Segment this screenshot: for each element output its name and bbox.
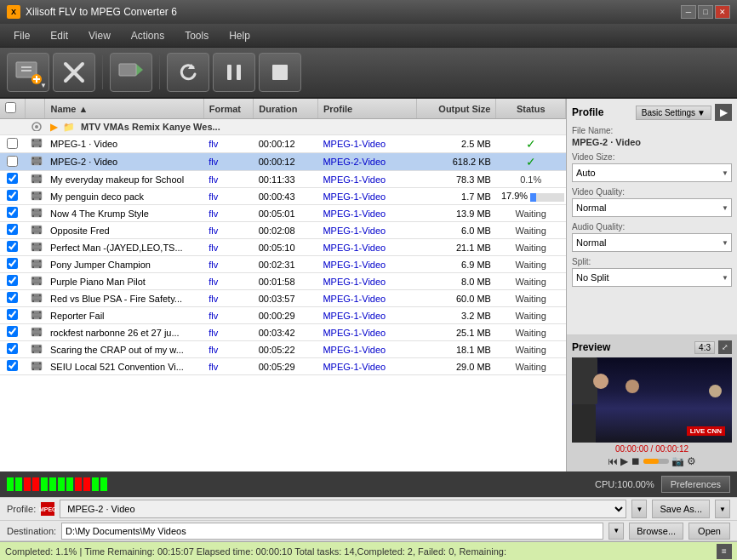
row-checkbox[interactable] — [7, 360, 18, 371]
profile-select-arrow[interactable]: ▼ — [631, 500, 647, 518]
row-check-cell[interactable] — [0, 153, 26, 171]
row-check-cell[interactable] — [0, 307, 26, 324]
check-all[interactable] — [5, 102, 16, 113]
row-checkbox[interactable] — [7, 343, 18, 354]
row-checkbox[interactable] — [7, 326, 18, 337]
menu-help[interactable]: Help — [219, 26, 260, 45]
row-check-cell[interactable] — [0, 358, 26, 375]
row-checkbox[interactable] — [7, 309, 18, 320]
table-row[interactable]: Now 4 The Krump Style flv 00:05:01 MPEG-… — [0, 205, 566, 222]
maximize-button[interactable]: □ — [698, 5, 713, 19]
row-check-cell[interactable] — [0, 188, 26, 205]
table-row[interactable]: Scaring the CRAP out of my w... flv 00:0… — [0, 341, 566, 358]
split-select[interactable]: No Split By Size By Time — [572, 268, 732, 287]
row-check-cell[interactable] — [0, 273, 26, 290]
row-check-cell[interactable] — [0, 341, 26, 358]
minimize-button[interactable]: ─ — [681, 5, 696, 19]
row-check-cell[interactable] — [0, 324, 26, 341]
table-row[interactable]: My penguin deco pack flv 00:00:43 MPEG-1… — [0, 188, 566, 205]
video-size-select[interactable]: Auto — [572, 163, 732, 182]
row-check-cell[interactable] — [0, 171, 26, 188]
table-row[interactable]: Reporter Fail flv 00:00:29 MPEG-1-Video … — [0, 307, 566, 324]
destination-input[interactable] — [61, 523, 603, 540]
row-size: 6.9 MB — [417, 256, 496, 273]
delete-button[interactable] — [53, 53, 95, 92]
profile-bar-select[interactable]: MPEG-2 · Video MPEG-1 · Video — [60, 500, 626, 518]
preview-screenshot-button[interactable]: 📷 — [671, 455, 684, 467]
menu-tools[interactable]: Tools — [174, 26, 219, 45]
menu-file[interactable]: File — [3, 26, 40, 45]
row-check-cell[interactable] — [0, 290, 26, 307]
menu-actions[interactable]: Actions — [121, 26, 174, 45]
menu-edit[interactable]: Edit — [40, 26, 78, 45]
table-row[interactable]: MPEG-2 · Video flv 00:00:12 MPEG-2-Video… — [0, 153, 566, 171]
aspect-ratio-button[interactable]: 4:3 — [694, 341, 715, 354]
col-size-header[interactable]: Output Size — [417, 99, 496, 119]
preview-expand-button[interactable]: ⤢ — [718, 340, 732, 354]
row-checkbox[interactable] — [7, 207, 18, 218]
pause-button[interactable] — [213, 53, 255, 92]
row-checkbox[interactable] — [7, 190, 18, 201]
preview-back-button[interactable]: ⏮ — [608, 455, 618, 467]
row-checkbox[interactable] — [7, 241, 18, 252]
close-button[interactable]: ✕ — [715, 5, 730, 19]
row-profile: MPEG-1-Video — [317, 324, 416, 341]
table-row[interactable]: ▶ 📁 MTV VMAs Remix Kanye Wes... — [0, 119, 566, 135]
video-quality-label: Video Quality: — [572, 187, 732, 197]
basic-settings-button[interactable]: Basic Settings ▼ — [636, 106, 711, 120]
table-row[interactable]: Red vs Blue PSA - Fire Safety... flv 00:… — [0, 290, 566, 307]
row-check-cell[interactable] — [0, 256, 26, 273]
open-button[interactable]: Open — [688, 523, 730, 540]
preferences-button[interactable]: Preferences — [661, 476, 730, 493]
row-checkbox[interactable] — [7, 292, 18, 303]
row-checkbox[interactable] — [7, 156, 18, 167]
svg-rect-32 — [32, 163, 34, 165]
row-checkbox[interactable] — [7, 275, 18, 286]
save-as-button[interactable]: Save As... — [652, 500, 710, 518]
table-row[interactable]: MPEG-1 · Video flv 00:00:12 MPEG-1-Video… — [0, 135, 566, 153]
save-as-arrow-button[interactable]: ▼ — [715, 500, 730, 518]
col-duration-header[interactable]: Duration — [254, 99, 318, 119]
svg-rect-121 — [39, 351, 41, 353]
preview-stop-button[interactable]: ⏹ — [631, 455, 641, 467]
row-checkbox[interactable] — [7, 224, 18, 235]
expand-panel-button[interactable]: ▶ — [715, 104, 732, 121]
col-format-header[interactable]: Format — [203, 99, 254, 119]
convert-button[interactable] — [110, 53, 152, 92]
row-checkbox[interactable] — [7, 173, 18, 184]
table-row[interactable]: SEIU Local 521 Convention Vi... flv 00:0… — [0, 358, 566, 375]
col-profile-header[interactable]: Profile — [317, 99, 416, 119]
video-quality-select-wrap: Normal High Low — [572, 198, 732, 217]
table-row[interactable]: Perfect Man -(JAYED,LEO,TS... flv 00:05:… — [0, 239, 566, 256]
browse-button[interactable]: Browse... — [629, 523, 683, 540]
status-waiting: Waiting — [516, 294, 546, 304]
table-row[interactable]: My everyday makeup for School flv 00:11:… — [0, 171, 566, 188]
row-check-cell[interactable] — [0, 222, 26, 239]
volume-slider[interactable] — [643, 459, 669, 464]
revert-button[interactable] — [167, 53, 209, 92]
add-files-button[interactable] — [7, 53, 49, 92]
row-checkbox[interactable] — [7, 138, 18, 149]
preview-settings-button[interactable]: ⚙ — [687, 455, 696, 467]
table-row[interactable]: Opposite Fred flv 00:02:08 MPEG-1-Video … — [0, 222, 566, 239]
menu-view[interactable]: View — [78, 26, 121, 45]
preview-play-button[interactable]: ▶ — [620, 455, 628, 467]
col-status-header[interactable]: Status — [496, 99, 566, 119]
row-check-cell[interactable] — [0, 135, 26, 153]
col-name-header[interactable]: Name ▲ — [45, 99, 203, 119]
table-row[interactable]: Pony Jumper Champion flv 00:02:31 MPEG-1… — [0, 256, 566, 273]
stop-button[interactable] — [259, 53, 301, 92]
file-list[interactable]: Name ▲ Format Duration Profile Output Si… — [0, 99, 567, 471]
preview-top-controls: 4:3 ⤢ — [694, 340, 732, 354]
video-quality-select[interactable]: Normal High Low — [572, 198, 732, 217]
row-check-cell[interactable] — [0, 205, 26, 222]
row-format: flv — [203, 290, 254, 307]
audio-quality-select[interactable]: Normal High Low — [572, 233, 732, 252]
table-row[interactable]: rockfest narbonne 26 et 27 ju... flv 00:… — [0, 324, 566, 341]
progress-area: CPU:100.00% Preferences — [0, 471, 737, 497]
row-checkbox[interactable] — [7, 258, 18, 269]
dest-arrow-button[interactable]: ▼ — [608, 523, 624, 540]
row-check-cell[interactable] — [0, 239, 26, 256]
table-row[interactable]: Purple Piano Man Pilot flv 00:01:58 MPEG… — [0, 273, 566, 290]
status-detail-button[interactable]: ≡ — [717, 544, 732, 559]
